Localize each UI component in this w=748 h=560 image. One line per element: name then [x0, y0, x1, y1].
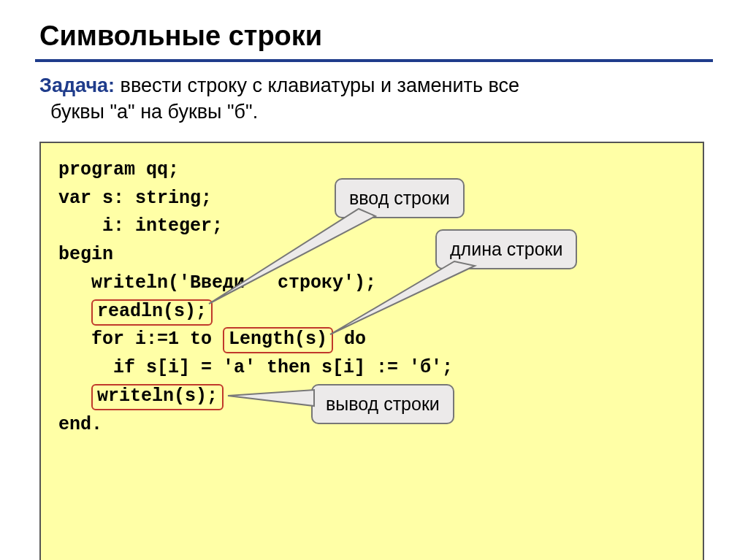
code-l7a: for i:=1 to [58, 329, 223, 350]
code-l3: i: integer; [58, 215, 223, 237]
code-writeln-hl: writeln(s); [91, 384, 224, 410]
code-l5b: строку'); [267, 272, 376, 294]
code-box: program qq; var s: string; i: integer; b… [39, 142, 704, 560]
code-l8: if s[i] = 'а' then s[i] := 'б'; [58, 357, 453, 378]
callout-length: длина строки [435, 229, 577, 269]
slide-title: Символьные строки [35, 20, 713, 52]
task-text-1: ввести строку с клавиатуры и заменить вс… [115, 74, 519, 96]
task-text-2: буквы "а" на буквы "б". [50, 101, 258, 123]
code-length-hl: Length(s) [223, 327, 333, 353]
code-l10: end. [58, 414, 102, 435]
task-label: Задача: [39, 74, 115, 96]
callout-output-pointer [228, 390, 323, 407]
code-l7c: do [333, 329, 366, 350]
code-l2: var s: string; [58, 188, 212, 209]
code-l4: begin [58, 244, 113, 265]
svg-marker-2 [228, 390, 314, 406]
code-l5a: writeln('Введи [58, 272, 245, 294]
callout-output: вывод строки [311, 384, 454, 424]
callout-input: ввод строки [335, 178, 465, 218]
code-readln-hl: readln(s); [91, 299, 213, 326]
task-block: Задача: ввести строку с клавиатуры и зам… [35, 72, 713, 126]
code-l1: program qq; [58, 159, 179, 180]
title-rule [35, 59, 713, 62]
